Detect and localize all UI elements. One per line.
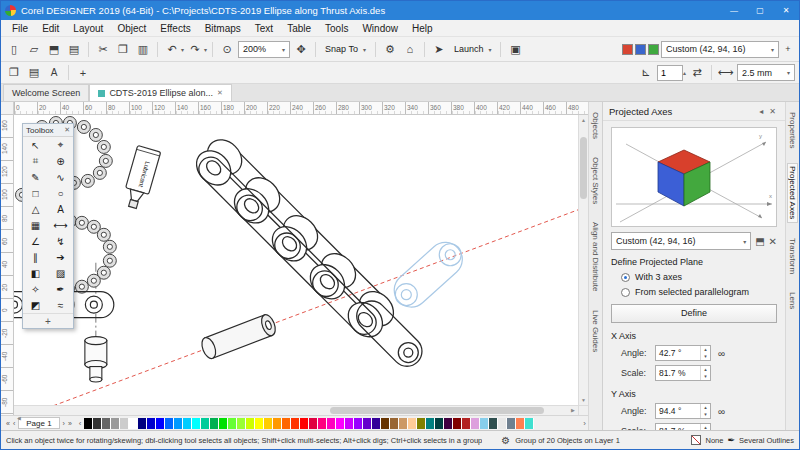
axis-angle-input[interactable]: 42.7 ° ▴▾ (655, 345, 711, 361)
next-page-icon[interactable]: › (63, 420, 65, 427)
color-swatch[interactable] (507, 418, 516, 429)
color-swatch[interactable] (111, 418, 120, 429)
projection-top-view-icon[interactable] (622, 44, 633, 55)
drawing-canvas[interactable]: Lubricant (14, 115, 578, 405)
close-icon[interactable]: ✕ (64, 126, 70, 134)
dock-tab[interactable]: Transform (788, 236, 797, 276)
color-swatch[interactable] (237, 418, 246, 429)
pick-tool[interactable]: ↖ (23, 137, 48, 153)
document-tab[interactable]: Welcome Screen ✕ (3, 84, 89, 101)
crop-tool[interactable]: ⌗ (23, 153, 48, 169)
color-swatch[interactable] (453, 418, 462, 429)
spinner-arrows[interactable]: ▴▾ (700, 366, 710, 380)
vertical-scrollbar[interactable]: ▲ ▼ (578, 115, 588, 405)
menu-item[interactable]: Object (110, 20, 153, 37)
freehand-tool[interactable]: ✎ (23, 169, 48, 185)
define-button[interactable]: Define (611, 304, 777, 323)
cut-icon[interactable]: ✂ (94, 40, 112, 58)
binoculars-icon[interactable]: ∞ (718, 348, 725, 359)
color-swatch[interactable] (192, 418, 201, 429)
text-tool[interactable]: A (48, 201, 73, 217)
projection-preset-combo[interactable]: Custom (42, 94, 16) ▾ (661, 41, 779, 58)
options-gear-icon[interactable]: ⚙ (381, 40, 399, 58)
color-swatch[interactable] (426, 418, 435, 429)
new-document-icon[interactable]: ▯ (5, 40, 23, 58)
color-swatch[interactable] (84, 418, 93, 429)
color-swatch[interactable] (525, 418, 534, 429)
color-swatch[interactable] (336, 418, 345, 429)
menu-item[interactable]: Layout (66, 20, 110, 37)
color-swatch[interactable] (498, 418, 507, 429)
zoom-level-combo[interactable]: 200% ▾ (238, 41, 290, 58)
dock-tab[interactable]: Properties (788, 110, 797, 150)
menu-item[interactable]: Help (405, 20, 440, 37)
dock-tab[interactable]: Object Styles (591, 155, 600, 206)
color-swatch[interactable] (399, 418, 408, 429)
undo-icon[interactable]: ↶ (163, 40, 181, 58)
menu-item[interactable]: Text (248, 20, 280, 37)
save-preset-icon[interactable]: ⬒ (755, 236, 764, 247)
eyedropper-tool[interactable]: ✧ (23, 281, 48, 297)
with-3-axes-option[interactable]: With 3 axes (611, 272, 777, 282)
first-page-icon[interactable]: « (6, 420, 10, 427)
palette-scroll-right-icon[interactable]: › (581, 419, 588, 428)
color-swatch[interactable] (183, 418, 192, 429)
dock-tab[interactable]: Live Guides (591, 308, 600, 354)
color-swatch[interactable] (435, 418, 444, 429)
add-tool-button[interactable]: + (23, 313, 73, 328)
outline-width-combo[interactable]: 2.5 mm ▾ (737, 64, 795, 81)
outline-pen-icon[interactable]: ✒ (727, 435, 735, 445)
welcome-screen-icon[interactable]: ▣ (506, 40, 524, 58)
home-icon[interactable]: ⌂ (401, 40, 419, 58)
menu-item[interactable]: Bitmaps (198, 20, 248, 37)
color-swatch[interactable] (444, 418, 453, 429)
delete-preset-icon[interactable]: ✕ (769, 236, 777, 247)
spin-up-icon[interactable]: ▴ (683, 69, 686, 76)
color-swatch[interactable] (282, 418, 291, 429)
add-preset-icon[interactable]: + (781, 40, 795, 58)
color-swatch[interactable] (291, 418, 300, 429)
transparency-tool[interactable]: ▨ (48, 265, 73, 281)
outline-pen-tool[interactable]: ✒ (48, 281, 73, 297)
menu-item[interactable]: Edit (35, 20, 66, 37)
nudge-arrows-icon[interactable]: ⇄ (688, 64, 706, 82)
menu-item[interactable]: File (5, 20, 35, 37)
fill-tool[interactable]: ◧ (23, 265, 48, 281)
palette-scroll-left-icon[interactable]: ‹ (77, 419, 84, 428)
color-swatch[interactable] (408, 418, 417, 429)
color-swatch[interactable] (372, 418, 381, 429)
scroll-left-icon[interactable]: ◀ (14, 414, 24, 423)
pin-docker-icon[interactable]: ◂ (756, 107, 766, 116)
color-swatch[interactable] (120, 418, 129, 429)
color-swatch[interactable] (228, 418, 237, 429)
document-tab[interactable]: CDTS-2019 Ellipse alon... ✕ (89, 84, 231, 101)
color-swatch[interactable] (309, 418, 318, 429)
color-swatch[interactable] (165, 418, 174, 429)
text-format-icon[interactable]: A (45, 64, 63, 82)
axis-angle-input[interactable]: 94.4 ° ▴▾ (655, 403, 711, 419)
color-swatch[interactable] (201, 418, 210, 429)
last-page-icon[interactable]: » (68, 420, 72, 427)
dock-tab[interactable]: Lens (788, 290, 797, 311)
page-tab[interactable]: Page 1 (18, 417, 59, 429)
from-parallelogram-option[interactable]: From selected parallelogram (611, 287, 777, 297)
color-swatch[interactable] (93, 418, 102, 429)
table-tool[interactable]: ▦ (23, 217, 48, 233)
color-swatch[interactable] (390, 418, 399, 429)
scroll-up-icon[interactable]: ▲ (579, 115, 588, 125)
close-docker-icon[interactable]: ✕ (766, 107, 779, 116)
parallel-line-tool[interactable]: ∥ (23, 249, 48, 265)
dock-tab[interactable]: Projected Axes (788, 164, 797, 221)
ellipse-tool[interactable]: ○ (48, 185, 73, 201)
arrow-shape-tool[interactable]: ➔ (48, 249, 73, 265)
add-object-icon[interactable]: + (74, 64, 92, 82)
color-swatch[interactable] (246, 418, 255, 429)
dock-tab[interactable]: Objects (591, 110, 600, 141)
save-icon[interactable]: ⬒ (45, 40, 63, 58)
menu-item[interactable]: Tools (318, 20, 355, 37)
radio-selected-icon[interactable] (621, 273, 630, 282)
rectangle-tool[interactable]: □ (23, 185, 48, 201)
color-swatch[interactable] (345, 418, 354, 429)
color-swatch[interactable] (147, 418, 156, 429)
bezier-tool[interactable]: ∿ (48, 169, 73, 185)
